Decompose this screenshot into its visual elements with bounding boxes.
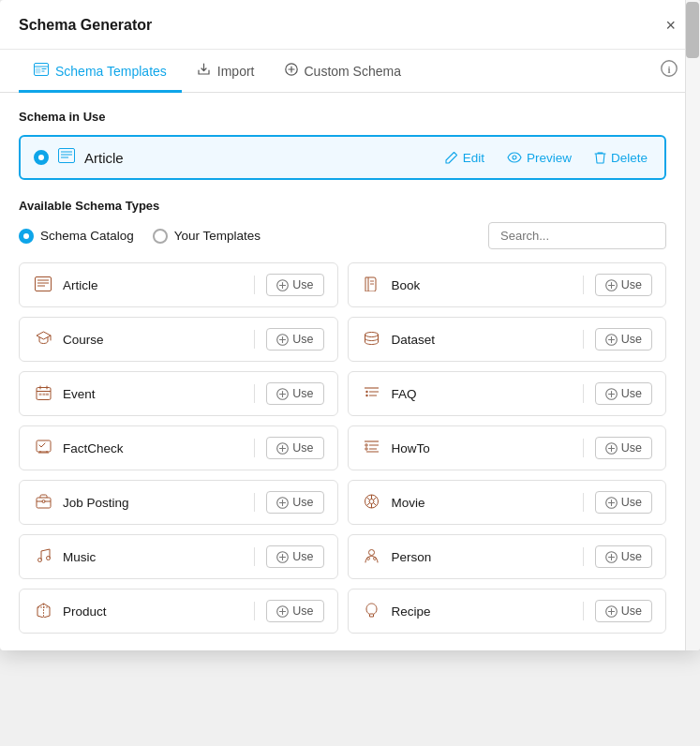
your-templates-radio[interactable]: Your Templates bbox=[153, 229, 261, 244]
delete-button[interactable]: Delete bbox=[590, 149, 651, 167]
info-button[interactable]: i bbox=[657, 56, 681, 85]
preview-button[interactable]: Preview bbox=[503, 149, 575, 167]
schema-in-use-name: Article bbox=[84, 150, 432, 166]
svg-point-32 bbox=[365, 332, 379, 336]
svg-point-62 bbox=[365, 443, 367, 445]
svg-rect-40 bbox=[38, 393, 41, 395]
list-item: Product Use bbox=[19, 589, 338, 634]
factcheck-card-icon bbox=[33, 440, 53, 457]
svg-text:i: i bbox=[667, 64, 670, 75]
person-card-icon bbox=[362, 548, 382, 566]
close-button[interactable]: × bbox=[660, 15, 681, 36]
list-item: Course Use bbox=[19, 317, 338, 362]
use-button[interactable]: Use bbox=[266, 382, 323, 405]
list-item: Job Posting Use bbox=[19, 480, 338, 525]
tab-import-label: Import bbox=[217, 64, 255, 79]
recipe-card-icon bbox=[362, 603, 382, 620]
svg-rect-2 bbox=[36, 68, 40, 73]
schema-card-name: Job Posting bbox=[63, 496, 243, 510]
tab-schema-templates[interactable]: Schema Templates bbox=[19, 50, 182, 93]
schema-in-use-card: Article Edit Preview bbox=[19, 135, 666, 180]
svg-rect-42 bbox=[46, 393, 49, 395]
separator bbox=[583, 276, 584, 294]
separator bbox=[254, 276, 255, 294]
movie-card-icon bbox=[362, 494, 382, 512]
svg-rect-54 bbox=[37, 440, 51, 452]
dialog-header: Schema Generator × bbox=[0, 0, 700, 50]
course-card-icon bbox=[33, 331, 53, 349]
separator bbox=[254, 493, 255, 512]
svg-line-82 bbox=[367, 502, 370, 505]
search-input[interactable] bbox=[488, 222, 666, 249]
schema-catalog-radio[interactable]: Schema Catalog bbox=[19, 229, 134, 244]
use-button[interactable]: Use bbox=[266, 491, 323, 514]
svg-point-47 bbox=[365, 390, 367, 392]
list-item: Book Use bbox=[348, 262, 667, 307]
use-button[interactable]: Use bbox=[266, 328, 323, 351]
svg-point-92 bbox=[369, 549, 375, 555]
svg-point-88 bbox=[46, 556, 50, 560]
list-item: Person Use bbox=[348, 534, 667, 579]
svg-line-81 bbox=[374, 502, 377, 505]
schema-catalog-radio-indicator bbox=[19, 229, 34, 244]
separator bbox=[583, 493, 584, 512]
separator bbox=[583, 330, 584, 349]
separator bbox=[583, 384, 584, 403]
svg-line-80 bbox=[367, 497, 370, 500]
svg-point-49 bbox=[365, 394, 367, 395]
your-templates-radio-indicator bbox=[153, 229, 168, 244]
schema-card-name: FactCheck bbox=[63, 441, 243, 455]
separator bbox=[254, 330, 255, 349]
schema-selected-radio bbox=[34, 150, 49, 165]
faq-card-icon bbox=[362, 385, 382, 403]
svg-point-77 bbox=[369, 499, 374, 503]
list-item: Movie Use bbox=[348, 480, 667, 525]
tab-custom-schema-label: Custom Schema bbox=[305, 64, 401, 79]
edit-button[interactable]: Edit bbox=[441, 149, 488, 167]
use-button[interactable]: Use bbox=[595, 600, 652, 622]
separator bbox=[583, 547, 584, 566]
scrollbar-thumb[interactable] bbox=[686, 2, 699, 58]
schema-catalog-label: Schema Catalog bbox=[40, 229, 134, 243]
schema-card-name: Music bbox=[63, 550, 243, 564]
main-content: Schema in Use Article Edit bbox=[0, 93, 700, 650]
product-card-icon bbox=[33, 603, 53, 620]
list-item: FactCheck Use bbox=[19, 425, 338, 470]
dataset-card-icon bbox=[362, 331, 382, 349]
dialog-title: Schema Generator bbox=[19, 17, 152, 34]
schema-generator-dialog: Schema Generator × Schema Templates bbox=[0, 0, 700, 650]
svg-rect-10 bbox=[59, 149, 75, 163]
available-section: Available Schema Types Schema Catalog Yo… bbox=[19, 199, 666, 249]
use-button[interactable]: Use bbox=[595, 328, 652, 351]
use-button[interactable]: Use bbox=[595, 545, 652, 568]
use-button[interactable]: Use bbox=[266, 545, 323, 568]
use-button[interactable]: Use bbox=[266, 274, 323, 296]
list-item: FAQ Use bbox=[348, 371, 667, 416]
schema-card-name: Product bbox=[63, 604, 243, 619]
use-button[interactable]: Use bbox=[595, 274, 652, 296]
tab-custom-schema[interactable]: Custom Schema bbox=[270, 50, 416, 93]
scrollbar[interactable] bbox=[685, 0, 700, 650]
use-button[interactable]: Use bbox=[595, 491, 652, 514]
svg-point-72 bbox=[42, 500, 45, 502]
tab-import[interactable]: Import bbox=[182, 50, 270, 93]
schema-in-use-label: Schema in Use bbox=[19, 110, 666, 124]
svg-point-64 bbox=[365, 447, 367, 449]
import-icon bbox=[197, 63, 211, 79]
separator bbox=[254, 439, 255, 457]
schema-card-name: Person bbox=[392, 550, 572, 564]
tabs-bar: Schema Templates Import Custom Schema bbox=[0, 50, 700, 93]
list-item: HowTo Use bbox=[348, 425, 667, 470]
schema-type-radio-group: Schema Catalog Your Templates bbox=[19, 229, 261, 244]
use-button[interactable]: Use bbox=[266, 437, 323, 459]
schema-card-name: FAQ bbox=[392, 387, 572, 401]
use-button[interactable]: Use bbox=[595, 382, 652, 405]
use-button[interactable]: Use bbox=[266, 600, 323, 622]
action-buttons: Edit Preview Delete bbox=[441, 149, 651, 167]
list-item: Music Use bbox=[19, 534, 338, 579]
use-button[interactable]: Use bbox=[595, 437, 652, 459]
book-card-icon bbox=[362, 276, 382, 294]
svg-rect-15 bbox=[36, 276, 52, 291]
schema-card-name: Event bbox=[63, 387, 243, 401]
custom-schema-icon bbox=[285, 63, 298, 79]
